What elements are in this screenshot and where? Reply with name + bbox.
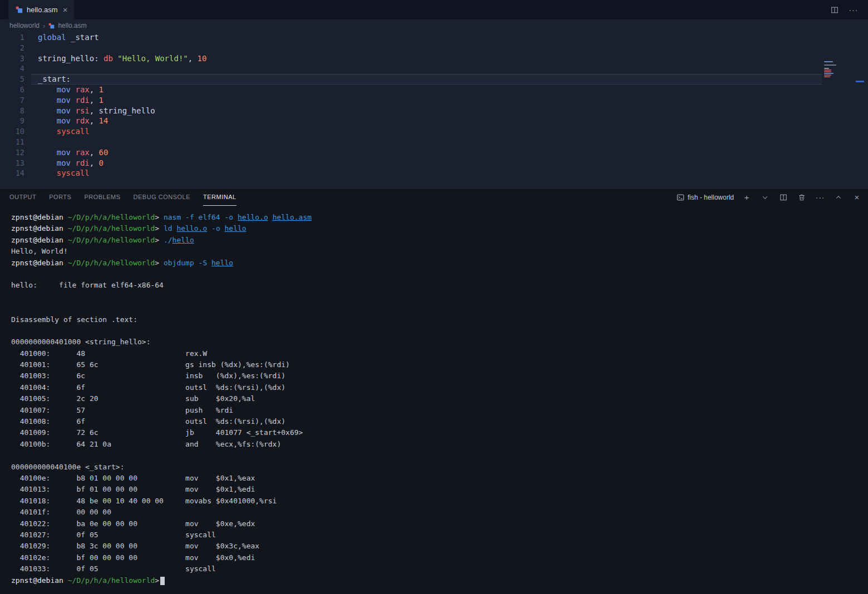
code-line-4[interactable]: 4: [0, 63, 868, 74]
terminal-line: 401027: 0f 05 syscall: [11, 529, 868, 541]
terminal-line: 401033: 0f 05 syscall: [11, 563, 868, 575]
code-line-3[interactable]: 3string_hello: db "Hello, World!", 10: [0, 53, 868, 64]
line-number[interactable]: 7: [0, 95, 24, 106]
code-editor[interactable]: 1global _start23string_hello: db "Hello,…: [0, 32, 868, 188]
terminal-line: 401001: 65 6c gs insb (%dx),%es:(%rdi): [11, 359, 868, 370]
code-text: syscall: [38, 168, 90, 179]
panel-tab-terminal[interactable]: TERMINAL: [203, 189, 236, 206]
panel-more-actions-icon[interactable]: ···: [815, 192, 826, 203]
split-terminal-icon[interactable]: [778, 192, 789, 203]
line-number[interactable]: 12: [0, 147, 24, 158]
code-text: string_hello: db "Hello, World!", 10: [38, 53, 206, 64]
breadcrumb-file[interactable]: hello.asm: [58, 22, 86, 29]
tab-close-icon[interactable]: ×: [62, 6, 69, 14]
line-number[interactable]: 4: [0, 63, 24, 74]
code-text: mov rdi, 1: [38, 95, 103, 106]
terminal-line: zpnst@debian ~/D/p/h/a/helloworld> nasm …: [11, 212, 868, 223]
code-text: mov rax, 60: [38, 147, 108, 158]
terminal-line: [11, 291, 868, 303]
code-text: mov rax, 1: [38, 85, 103, 95]
code-text: global _start: [38, 32, 99, 43]
terminal-line: 401008: 6f outsl %ds:(%rsi),(%dx): [11, 416, 868, 427]
terminal-line: 401018: 48 be 00 10 40 00 00 movabs $0x4…: [11, 496, 868, 507]
code-text: mov rdi, 0: [38, 158, 103, 169]
tab-hello-asm[interactable]: hello.asm ×: [8, 0, 74, 19]
terminal-line: 0000000000401000 <string_hello>:: [11, 336, 868, 348]
code-line-14[interactable]: 14 syscall: [0, 168, 868, 179]
vscode-window: { "theme": { "editor_background": "#1a20…: [0, 0, 868, 594]
terminal-profile-dropdown-icon[interactable]: [760, 192, 771, 203]
assembly-file-icon: [48, 23, 55, 29]
terminal-line: 401022: ba 0e 00 00 00 mov $0xe,%edx: [11, 518, 868, 529]
kill-terminal-icon[interactable]: [796, 192, 807, 203]
terminal-icon: [677, 194, 684, 201]
code-line-12[interactable]: 12 mov rax, 60: [0, 147, 868, 158]
terminal-line: 401005: 2c 20 sub $0x20,%al: [11, 393, 868, 404]
terminal-line: Hello, World!: [11, 246, 868, 257]
terminal-line: 401003: 6c insb (%dx),%es:(%rdi): [11, 370, 868, 382]
panel-tab-debug-console[interactable]: DEBUG CONSOLE: [134, 189, 190, 206]
line-number[interactable]: 5: [0, 74, 24, 85]
panel-tab-ports[interactable]: PORTS: [49, 189, 71, 206]
breadcrumb: helloworld › hello.asm: [0, 19, 868, 32]
panel-tab-output[interactable]: OUTPUT: [9, 189, 36, 206]
overview-ruler-mark: [856, 81, 864, 82]
line-number[interactable]: 13: [0, 158, 24, 169]
new-terminal-icon[interactable]: +: [741, 192, 752, 203]
terminal-instance-selector[interactable]: fish - helloworld: [677, 194, 734, 201]
code-line-13[interactable]: 13 mov rdi, 0: [0, 158, 868, 169]
code-line-2[interactable]: 2: [0, 43, 868, 53]
panel-tabs: OUTPUTPORTSPROBLEMSDEBUG CONSOLETERMINAL: [9, 189, 249, 206]
terminal[interactable]: zpnst@debian ~/D/p/h/a/helloworld> nasm …: [0, 206, 868, 594]
terminal-line: 000000000040100e <_start>:: [11, 462, 868, 473]
editor-lines: 1global _start23string_hello: db "Hello,…: [0, 32, 868, 179]
code-line-7[interactable]: 7 mov rdi, 1: [0, 95, 868, 106]
bottom-panel: OUTPUTPORTSPROBLEMSDEBUG CONSOLETERMINAL…: [0, 188, 868, 594]
terminal-line: zpnst@debian ~/D/p/h/a/helloworld> ld he…: [11, 223, 868, 234]
line-number[interactable]: 9: [0, 116, 24, 126]
terminal-line: 40100b: 64 21 0a and %ecx,%fs:(%rdx): [11, 439, 868, 450]
code-line-10[interactable]: 10 syscall: [0, 126, 868, 137]
terminal-line: 401000: 48 rex.W: [11, 348, 868, 359]
terminal-line: hello: file format elf64-x86-64: [11, 280, 868, 291]
editor-actions: ···: [829, 0, 868, 19]
code-line-9[interactable]: 9 mov rdx, 14: [0, 116, 868, 126]
line-number[interactable]: 14: [0, 168, 24, 179]
code-line-8[interactable]: 8 mov rsi, string_hello: [0, 106, 868, 116]
breadcrumb-folder[interactable]: helloworld: [9, 22, 40, 29]
maximize-panel-icon[interactable]: [833, 192, 844, 203]
panel-header: OUTPUTPORTSPROBLEMSDEBUG CONSOLETERMINAL…: [0, 189, 868, 206]
terminal-line: 401007: 57 push %rdi: [11, 405, 868, 416]
terminal-line: 401029: b8 3c 00 00 00 mov $0x3c,%eax: [11, 541, 868, 552]
terminal-line: [11, 303, 868, 314]
line-number[interactable]: 6: [0, 85, 24, 95]
code-text: _start:: [38, 74, 71, 85]
terminal-line: 40100e: b8 01 00 00 00 mov $0x1,%eax: [11, 473, 868, 484]
code-text: syscall: [38, 126, 90, 137]
terminal-line: 40101f: 00 00 00: [11, 507, 868, 518]
terminal-instance-label: fish - helloworld: [688, 194, 734, 201]
terminal-line: 401004: 6f outsl %ds:(%rsi),(%dx): [11, 382, 868, 393]
terminal-line: [11, 325, 868, 336]
close-panel-icon[interactable]: ×: [851, 192, 862, 203]
tab-label: hello.asm: [27, 6, 58, 14]
line-number[interactable]: 8: [0, 106, 24, 116]
code-line-1[interactable]: 1global _start: [0, 32, 868, 43]
panel-actions: fish - helloworld + ··· ×: [677, 192, 862, 203]
chevron-right-icon: ›: [43, 22, 45, 30]
more-actions-icon[interactable]: ···: [848, 4, 859, 16]
split-editor-icon[interactable]: [829, 4, 840, 16]
line-number[interactable]: 3: [0, 53, 24, 64]
terminal-line: zpnst@debian ~/D/p/h/a/helloworld>: [11, 575, 868, 586]
line-number[interactable]: 11: [0, 137, 24, 147]
code-line-5[interactable]: 5_start:: [0, 74, 868, 85]
minimap[interactable]: [824, 61, 837, 78]
code-text: mov rdx, 14: [38, 116, 108, 126]
code-line-6[interactable]: 6 mov rax, 1: [0, 85, 868, 95]
line-number[interactable]: 1: [0, 32, 24, 43]
terminal-line: zpnst@debian ~/D/p/h/a/helloworld> objdu…: [11, 258, 868, 269]
line-number[interactable]: 10: [0, 126, 24, 137]
line-number[interactable]: 2: [0, 43, 24, 53]
code-line-11[interactable]: 11: [0, 137, 868, 147]
panel-tab-problems[interactable]: PROBLEMS: [84, 189, 120, 206]
